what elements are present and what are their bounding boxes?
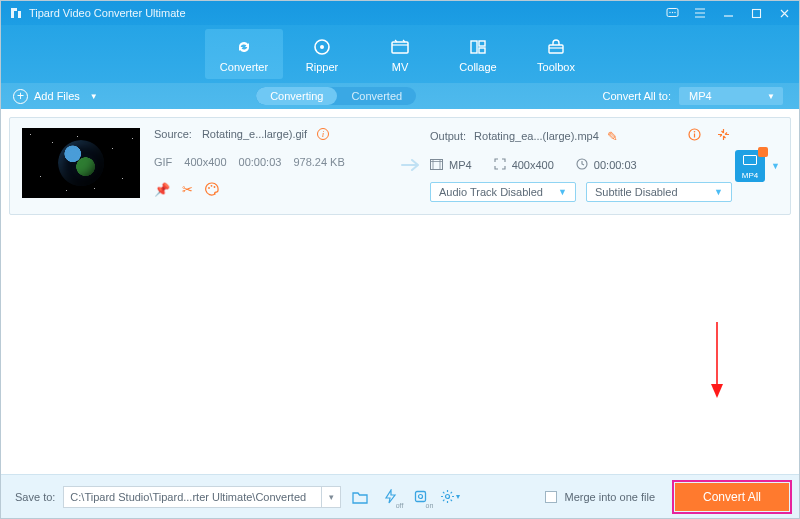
info-circle-icon[interactable] (688, 128, 701, 144)
source-dimensions: 400x400 (184, 156, 226, 168)
source-label: Source: (154, 128, 192, 140)
svg-rect-11 (549, 45, 563, 53)
svg-rect-4 (752, 9, 760, 17)
source-filename: Rotating_e...large).gif (202, 128, 307, 140)
tab-label: Toolbox (537, 61, 575, 73)
open-folder-icon[interactable] (349, 486, 371, 508)
file-card: Source: Rotating_e...large).gif i GIF 40… (9, 117, 791, 215)
tab-ripper[interactable]: Ripper (283, 25, 361, 83)
svg-point-2 (671, 11, 672, 12)
info-icon[interactable]: i (317, 128, 329, 140)
source-format: GIF (154, 156, 172, 168)
edit-icon[interactable]: ✎ (607, 129, 618, 144)
svg-point-1 (669, 11, 670, 12)
app-logo-icon (9, 6, 23, 20)
svg-rect-7 (392, 42, 408, 53)
pin-icon[interactable]: 📌 (154, 182, 170, 199)
arrow-icon (394, 128, 430, 202)
svg-point-23 (446, 495, 450, 499)
svg-point-3 (674, 11, 675, 12)
minimize-icon[interactable] (721, 6, 735, 20)
merge-checkbox[interactable] (545, 491, 557, 503)
add-files-label: Add Files (34, 90, 80, 102)
segment-converting[interactable]: Converting (256, 87, 337, 105)
feedback-icon[interactable] (665, 6, 679, 20)
save-path-dropdown[interactable]: ▾ (321, 486, 341, 508)
source-duration: 00:00:03 (239, 156, 282, 168)
menu-icon[interactable] (693, 6, 707, 20)
compress-icon[interactable] (717, 128, 730, 144)
tab-label: Ripper (306, 61, 338, 73)
svg-rect-8 (471, 41, 477, 53)
bolt-icon[interactable]: off (379, 486, 401, 508)
svg-rect-21 (415, 492, 425, 502)
output-duration: 00:00:03 (594, 159, 637, 171)
chevron-down-icon: ▼ (558, 187, 567, 197)
output-dimensions: 400x400 (512, 159, 554, 171)
cut-icon[interactable]: ✂ (182, 182, 193, 199)
output-label: Output: (430, 130, 466, 142)
segment-converted[interactable]: Converted (337, 87, 416, 105)
svg-point-14 (214, 186, 216, 188)
output-filename: Rotating_ea...(large).mp4 (474, 130, 599, 142)
svg-point-12 (208, 187, 210, 189)
format-tile[interactable]: MP4 (735, 150, 765, 182)
palette-icon[interactable] (205, 182, 219, 199)
chevron-down-icon[interactable]: ▼ (771, 161, 780, 171)
output-format: MP4 (449, 159, 472, 171)
add-files-button[interactable]: + Add Files ▼ (1, 83, 110, 109)
tab-collage[interactable]: Collage (439, 25, 517, 83)
tab-label: Collage (459, 61, 496, 73)
close-icon[interactable] (777, 6, 791, 20)
convert-all-value: MP4 (689, 90, 712, 102)
chevron-down-icon: ▼ (714, 187, 723, 197)
subtitle-select[interactable]: Subtitle Disabled▼ (586, 182, 732, 202)
footer: Save to: C:\Tipard Studio\Tipard...rter … (1, 474, 799, 518)
svg-rect-9 (479, 41, 485, 46)
chevron-down-icon: ▼ (90, 92, 98, 101)
maximize-icon[interactable] (749, 6, 763, 20)
file-list: Source: Rotating_e...large).gif i GIF 40… (1, 109, 799, 474)
tab-label: MV (392, 61, 409, 73)
app-window: Tipard Video Converter Ultimate Converte… (0, 0, 800, 519)
convert-all-select[interactable]: MP4 ▼ (679, 87, 783, 105)
tab-label: Converter (220, 61, 268, 73)
settings-icon[interactable]: ▾ (439, 486, 461, 508)
dimensions-icon (494, 158, 506, 172)
toolbox-icon (545, 36, 567, 58)
source-size: 978.24 KB (293, 156, 344, 168)
converting-segment: Converting Converted (256, 87, 416, 105)
svg-point-13 (211, 185, 213, 187)
plus-icon: + (13, 89, 28, 104)
svg-rect-10 (479, 48, 485, 53)
ripper-icon (311, 36, 333, 58)
svg-rect-18 (431, 159, 443, 169)
tab-toolbox[interactable]: Toolbox (517, 25, 595, 83)
convert-all-button[interactable]: Convert All (675, 483, 789, 511)
collage-icon (467, 36, 489, 58)
main-nav: Converter Ripper MV Collage Toolbox (1, 25, 799, 83)
svg-point-17 (694, 131, 696, 133)
svg-rect-16 (694, 134, 695, 138)
audio-track-select[interactable]: Audio Track Disabled▼ (430, 182, 576, 202)
clock-icon (576, 158, 588, 172)
converter-icon (233, 36, 255, 58)
convert-all-label: Convert All (703, 490, 761, 504)
video-icon (430, 159, 443, 172)
app-title: Tipard Video Converter Ultimate (29, 7, 186, 19)
convert-all-label: Convert All to: (603, 90, 671, 102)
format-tile-label: MP4 (742, 171, 758, 180)
mv-icon (389, 36, 411, 58)
save-to-label: Save to: (15, 491, 55, 503)
merge-label: Merge into one file (565, 491, 656, 503)
titlebar: Tipard Video Converter Ultimate (1, 1, 799, 25)
tab-converter[interactable]: Converter (205, 29, 283, 79)
svg-point-22 (418, 495, 422, 499)
chevron-down-icon: ▼ (767, 92, 775, 101)
svg-point-6 (320, 45, 324, 49)
save-path-field[interactable]: C:\Tipard Studio\Tipard...rter Ultimate\… (63, 486, 321, 508)
thumbnail[interactable] (22, 128, 140, 198)
tab-mv[interactable]: MV (361, 25, 439, 83)
gpu-icon[interactable]: on (409, 486, 431, 508)
toolbar: + Add Files ▼ Converting Converted Conve… (1, 83, 799, 109)
